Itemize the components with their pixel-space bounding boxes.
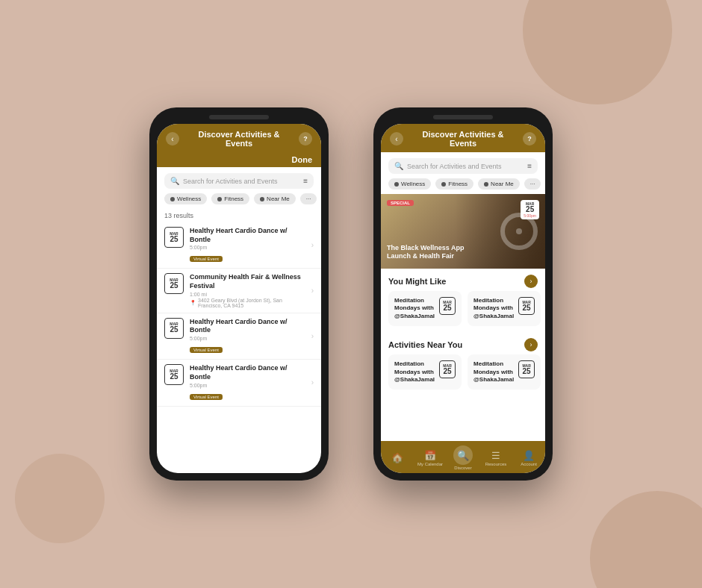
search-bar-right[interactable]: 🔍 Search for Activities and Events ≡ xyxy=(388,158,538,174)
filter-chips-right: Wellness Fitness Near Me ··· xyxy=(381,174,545,194)
chevron-right-2: › xyxy=(311,287,314,295)
section-title-you-might-like: You Might Like xyxy=(388,277,446,286)
activity-card-1[interactable]: Meditation Mondays with @ShakaJamal MAR … xyxy=(388,291,462,326)
nav-account[interactable]: 👤 Account xyxy=(514,450,544,466)
header-right: ‹ Discover Activities & Events ? xyxy=(381,124,545,152)
calendar-icon: 📅 xyxy=(424,450,436,461)
activity-row-near-you: Meditation Mondays with @ShakaJamal MAR … xyxy=(381,354,545,395)
event-info-2: Community Health Fair & Wellness Festiva… xyxy=(190,273,305,307)
header-left: ‹ Discover Activities & Events ? xyxy=(157,124,321,152)
chip-nearme-left[interactable]: Near Me xyxy=(254,193,296,204)
filter-chips-left: Wellness Fitness Near Me ··· xyxy=(157,189,321,209)
featured-title: The Black Wellness App Launch & Health F… xyxy=(387,244,469,261)
date-box-1: MAR 25 xyxy=(164,227,184,248)
featured-label: Special xyxy=(387,200,414,206)
event-info-4: Healthy Heart Cardio Dance w/ Bontle 5:0… xyxy=(190,364,305,401)
header-title-left: Discover Activities & Events xyxy=(184,130,294,148)
featured-banner[interactable]: Special The Black Wellness App Launch & … xyxy=(381,194,545,269)
chip-dot xyxy=(217,197,222,201)
header-title-right: Discover Activities & Events xyxy=(408,130,518,148)
chip-wellness-left[interactable]: Wellness xyxy=(164,193,207,204)
activity-date-2: MAR 25 xyxy=(518,297,535,315)
chip-dot xyxy=(394,182,399,187)
event-info-1: Healthy Heart Cardio Dance w/ Bontle 5:0… xyxy=(190,227,305,263)
chevron-right-4: › xyxy=(311,378,314,387)
nav-calendar[interactable]: 📅 My Calendar xyxy=(415,450,445,466)
section-arrow-you-might-like[interactable]: › xyxy=(524,275,538,288)
nav-discover[interactable]: 🔍 Discover xyxy=(448,445,478,470)
nav-home[interactable]: 🏠 xyxy=(382,452,412,464)
chip-fitness-right[interactable]: Fitness xyxy=(435,178,473,190)
search-input-right[interactable]: Search for Activities and Events xyxy=(407,163,524,170)
event-item-2[interactable]: MAR 25 Community Health Fair & Wellness … xyxy=(157,269,321,313)
resources-icon: ☰ xyxy=(491,450,500,461)
phone-notch-left xyxy=(209,115,269,119)
section-title-near-you: Activities Near You xyxy=(388,340,462,349)
activity-card-3[interactable]: Meditation Mondays with @ShakaJamal MAR … xyxy=(388,354,462,390)
back-button-left[interactable]: ‹ xyxy=(166,132,179,146)
section-header-near-you: Activities Near You › xyxy=(381,332,545,354)
phone-screen-right: ‹ Discover Activities & Events ? 🔍 Searc… xyxy=(381,124,545,473)
done-bar[interactable]: Done xyxy=(157,152,321,167)
section-header-you-might-like: You Might Like › xyxy=(381,269,545,291)
chip-more-right[interactable]: ··· xyxy=(524,178,541,190)
chip-dot xyxy=(170,197,175,201)
chip-more-left[interactable]: ··· xyxy=(300,193,317,204)
results-count: 13 results xyxy=(157,209,321,222)
activity-date-1: MAR 25 xyxy=(439,297,456,315)
date-box-3: MAR 25 xyxy=(164,318,184,339)
event-item-1[interactable]: MAR 25 Healthy Heart Cardio Dance w/ Bon… xyxy=(157,222,321,269)
chip-fitness-left[interactable]: Fitness xyxy=(211,193,249,204)
activity-row-you-might-like: Meditation Mondays with @ShakaJamal MAR … xyxy=(381,291,545,332)
phone-right: ‹ Discover Activities & Events ? 🔍 Searc… xyxy=(373,107,553,481)
search-input-left[interactable]: Search for Activities and Events xyxy=(183,178,299,185)
phone-screen-left: ‹ Discover Activities & Events ? Done 🔍 … xyxy=(157,124,321,473)
activity-info-3: Meditation Mondays with @ShakaJamal xyxy=(394,360,435,384)
date-box-4: MAR 25 xyxy=(164,364,184,385)
help-button-left[interactable]: ? xyxy=(299,132,312,146)
activity-date-3: MAR 25 xyxy=(439,360,456,378)
chip-dot xyxy=(260,197,264,201)
featured-date-box: MAR 25 5:00pm xyxy=(521,200,539,219)
date-box-2: MAR 25 xyxy=(164,273,184,294)
section-arrow-near-you[interactable]: › xyxy=(524,338,538,351)
activity-info-1: Meditation Mondays with @ShakaJamal xyxy=(394,297,435,320)
chip-dot xyxy=(441,182,446,187)
phone-notch-right xyxy=(433,115,493,119)
account-icon: 👤 xyxy=(523,450,535,461)
chevron-right-1: › xyxy=(311,241,314,249)
filter-icon-right[interactable]: ≡ xyxy=(527,162,532,170)
search-icon-right: 🔍 xyxy=(394,162,403,170)
discover-icon: 🔍 xyxy=(453,445,473,465)
phones-container: ‹ Discover Activities & Events ? Done 🔍 … xyxy=(149,107,553,481)
home-icon: 🏠 xyxy=(391,452,403,463)
activity-info-4: Meditation Mondays with @ShakaJamal xyxy=(473,360,514,384)
back-button-right[interactable]: ‹ xyxy=(390,132,403,146)
activity-info-2: Meditation Mondays with @ShakaJamal xyxy=(473,297,514,320)
search-bar-left[interactable]: 🔍 Search for Activities and Events ≡ xyxy=(164,173,314,189)
search-icon-left: 🔍 xyxy=(170,177,179,185)
event-item-4[interactable]: MAR 25 Healthy Heart Cardio Dance w/ Bon… xyxy=(157,360,321,406)
chip-wellness-right[interactable]: Wellness xyxy=(388,178,431,190)
chip-dot xyxy=(484,182,488,187)
nav-resources[interactable]: ☰ Resources xyxy=(481,450,511,466)
event-item-3[interactable]: MAR 25 Healthy Heart Cardio Dance w/ Bon… xyxy=(157,313,321,360)
chip-nearme-right[interactable]: Near Me xyxy=(478,178,520,190)
filter-icon-left[interactable]: ≡ xyxy=(303,177,308,185)
phone-left: ‹ Discover Activities & Events ? Done 🔍 … xyxy=(149,107,329,481)
empty-space xyxy=(381,395,545,441)
activity-date-4: MAR 25 xyxy=(518,360,535,378)
activity-card-2[interactable]: Meditation Mondays with @ShakaJamal MAR … xyxy=(468,291,541,326)
bottom-nav: 🏠 📅 My Calendar 🔍 Discover ☰ Resources 👤 xyxy=(381,441,545,473)
activity-card-4[interactable]: Meditation Mondays with @ShakaJamal MAR … xyxy=(468,354,541,390)
event-list: MAR 25 Healthy Heart Cardio Dance w/ Bon… xyxy=(157,222,321,473)
event-location-2: 📍 3402 Geary Blvd (at Jordon St), San Fr… xyxy=(190,298,305,308)
event-info-3: Healthy Heart Cardio Dance w/ Bontle 5:0… xyxy=(190,318,305,354)
chevron-right-3: › xyxy=(311,332,314,340)
help-button-right[interactable]: ? xyxy=(523,132,536,146)
